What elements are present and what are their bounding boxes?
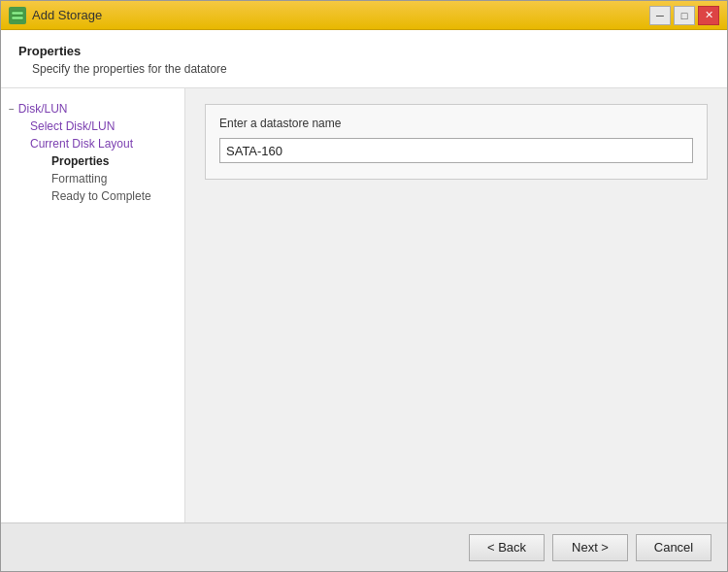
storage-icon <box>9 7 26 24</box>
sidebar-group-header[interactable]: − Disk/LUN <box>9 100 177 118</box>
sidebar-item-properties: Properties <box>30 152 177 170</box>
window-title: Add Storage <box>32 8 102 22</box>
sidebar-item-select-disk[interactable]: Select Disk/LUN <box>30 118 177 135</box>
next-button[interactable]: Next > <box>552 534 628 561</box>
back-button[interactable]: < Back <box>469 534 545 561</box>
datastore-name-input[interactable] <box>219 138 693 163</box>
collapse-icon: − <box>9 104 15 115</box>
fieldset-legend: Enter a datastore name <box>215 117 693 130</box>
header-title: Properties <box>18 44 710 58</box>
header-section: Properties Specify the properties for th… <box>1 30 727 88</box>
sidebar-item-current-disk-layout[interactable]: Current Disk Layout <box>30 135 177 152</box>
title-bar-left: Add Storage <box>9 7 102 24</box>
title-bar: Add Storage ─ □ ✕ <box>1 1 727 30</box>
sidebar: − Disk/LUN Select Disk/LUN Current Disk … <box>1 88 185 522</box>
minimize-button[interactable]: ─ <box>649 6 671 25</box>
cancel-button[interactable]: Cancel <box>636 534 711 561</box>
main-panel: Enter a datastore name <box>185 88 727 522</box>
sidebar-group-disk-lun: − Disk/LUN Select Disk/LUN Current Disk … <box>9 100 177 205</box>
datastore-name-group: Enter a datastore name <box>205 104 708 180</box>
maximize-button[interactable]: □ <box>674 6 695 25</box>
footer-bar: < Back Next > Cancel <box>1 522 727 571</box>
sidebar-group-label[interactable]: Disk/LUN <box>18 102 68 116</box>
svg-rect-0 <box>12 12 23 15</box>
title-buttons: ─ □ ✕ <box>649 6 719 25</box>
sidebar-item-ready-to-complete: Ready to Complete <box>30 187 177 205</box>
add-storage-window: Add Storage ─ □ ✕ Properties Specify the… <box>0 0 728 572</box>
sidebar-item-formatting: Formatting <box>30 170 177 187</box>
svg-rect-1 <box>12 17 23 19</box>
header-subtitle: Specify the properties for the datatore <box>18 62 710 76</box>
close-button[interactable]: ✕ <box>698 6 719 25</box>
content-area: − Disk/LUN Select Disk/LUN Current Disk … <box>1 88 727 522</box>
sidebar-children: Select Disk/LUN Current Disk Layout Prop… <box>9 118 177 205</box>
